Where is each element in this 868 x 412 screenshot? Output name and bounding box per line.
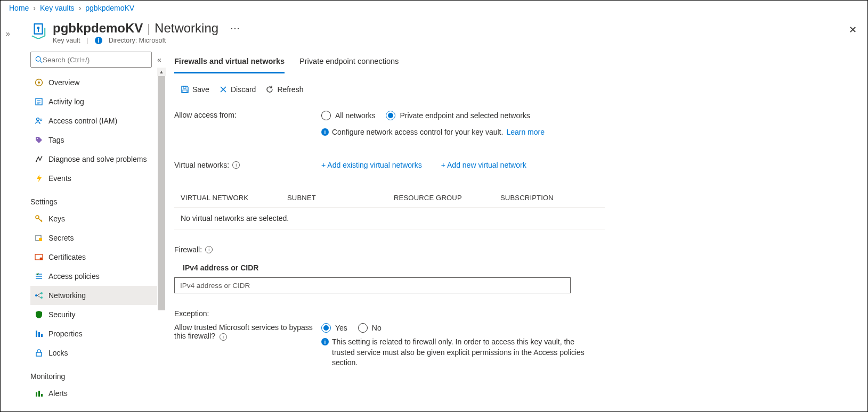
title-separator: | xyxy=(147,22,150,36)
scroll-up-icon[interactable]: ▲ xyxy=(157,68,166,76)
breadcrumb-keyvaults[interactable]: Key vaults xyxy=(40,4,75,12)
sidebar-item-label: Alerts xyxy=(48,389,68,398)
info-icon[interactable]: i xyxy=(220,333,227,341)
sidebar-item-events[interactable]: Events xyxy=(30,169,166,188)
sidebar-item-diagnose[interactable]: Diagnose and solve problems xyxy=(30,150,166,169)
sidebar-item-iam[interactable]: Access control (IAM) xyxy=(30,111,166,130)
diagnose-icon xyxy=(35,155,43,163)
scroll-thumb[interactable] xyxy=(158,76,165,310)
breadcrumb-sep: › xyxy=(79,4,82,12)
sidebar-item-label: Certificates xyxy=(48,253,86,261)
tab-bar: Firewalls and virtual networks Private e… xyxy=(174,52,846,73)
svg-point-13 xyxy=(40,119,42,121)
sidebar-item-label: Locks xyxy=(48,349,68,357)
sidebar-item-label: Activity log xyxy=(48,97,84,106)
svg-point-14 xyxy=(37,138,38,139)
sidebar-item-label: Access control (IAM) xyxy=(48,117,117,125)
sidebar-item-alerts[interactable]: Alerts xyxy=(30,384,166,403)
col-vnet: VIRTUAL NETWORK xyxy=(174,188,281,208)
sidebar-item-security[interactable]: Security xyxy=(30,305,166,324)
info-icon[interactable]: i xyxy=(95,37,102,44)
expand-menu-icon[interactable]: » xyxy=(6,29,10,38)
refresh-button[interactable]: Refresh xyxy=(265,85,303,94)
access-help-text: Configure network access control for you… xyxy=(332,128,503,136)
security-icon xyxy=(35,310,43,319)
search-icon xyxy=(35,56,43,63)
sidebar-item-secrets[interactable]: Secrets xyxy=(30,228,166,248)
radio-label: Private endpoint and selected networks xyxy=(400,111,530,120)
sidebar-scrollbar[interactable]: ▲ xyxy=(157,68,166,411)
svg-point-22 xyxy=(40,258,43,260)
add-existing-vnet-link[interactable]: + Add existing virtual networks xyxy=(321,161,422,169)
sidebar: « Overview Activity log Access control (… xyxy=(22,47,166,411)
info-icon[interactable]: i xyxy=(321,128,329,136)
sidebar-item-tags[interactable]: Tags xyxy=(30,130,166,150)
radio-selected-networks[interactable]: Private endpoint and selected networks xyxy=(386,111,530,120)
close-icon[interactable]: ✕ xyxy=(849,24,857,36)
page-header: pgbkpdemoKV | Networking ⋯ Key vault | i… xyxy=(1,13,867,47)
sidebar-item-networking[interactable]: Networking xyxy=(30,286,166,305)
page-title: pgbkpdemoKV xyxy=(53,21,143,36)
breadcrumb: Home › Key vaults › pgbkpdemoKV xyxy=(1,1,867,13)
more-actions-button[interactable]: ⋯ xyxy=(228,22,242,34)
sidebar-item-label: Networking xyxy=(48,291,86,300)
svg-rect-20 xyxy=(39,238,42,241)
svg-rect-35 xyxy=(36,392,37,397)
svg-point-15 xyxy=(36,161,37,162)
add-new-vnet-link[interactable]: + Add new virtual network xyxy=(441,161,526,169)
svg-rect-31 xyxy=(36,331,37,337)
certificates-icon xyxy=(35,253,43,261)
sidebar-search[interactable] xyxy=(30,52,152,68)
info-icon[interactable]: i xyxy=(205,246,213,253)
svg-rect-36 xyxy=(38,391,40,397)
svg-point-5 xyxy=(38,81,40,84)
alerts-icon xyxy=(35,389,43,398)
col-sub: SUBSCRIPTION xyxy=(494,188,605,208)
tab-firewalls[interactable]: Firewalls and virtual networks xyxy=(174,52,285,73)
sidebar-item-locks[interactable]: Locks xyxy=(30,343,166,362)
sidebar-item-properties[interactable]: Properties xyxy=(30,324,166,343)
sidebar-item-label: Properties xyxy=(48,329,83,338)
toolbar: Save Discard Refresh xyxy=(174,76,846,106)
resource-type-label: Key vault xyxy=(53,37,80,44)
discard-label: Discard xyxy=(231,85,256,94)
firewall-label: Firewall: xyxy=(174,245,202,254)
directory-label: Directory: Microsoft xyxy=(109,37,166,44)
breadcrumb-home[interactable]: Home xyxy=(9,4,29,12)
cidr-input[interactable] xyxy=(174,277,571,293)
breadcrumb-resource[interactable]: pgbkpdemoKV xyxy=(85,4,134,12)
tab-private-endpoints[interactable]: Private endpoint connections xyxy=(299,52,399,73)
allow-access-label: Allow access from: xyxy=(174,111,321,119)
main-content: Firewalls and virtual networks Private e… xyxy=(166,47,867,411)
sidebar-item-certificates[interactable]: Certificates xyxy=(30,248,166,267)
page-section: Networking xyxy=(155,21,218,36)
vnets-label: Virtual networks: xyxy=(174,161,229,169)
radio-all-networks[interactable]: All networks xyxy=(321,111,375,120)
sidebar-item-access-policies[interactable]: Access policies xyxy=(30,267,166,286)
col-subnet: SUBNET xyxy=(281,188,387,208)
radio-exception-yes[interactable]: Yes xyxy=(321,323,347,333)
sidebar-item-keys[interactable]: Keys xyxy=(30,209,166,228)
iam-icon xyxy=(35,117,43,125)
svg-line-29 xyxy=(37,293,40,295)
svg-rect-32 xyxy=(38,332,40,337)
breadcrumb-sep: › xyxy=(33,4,36,12)
svg-point-12 xyxy=(37,118,39,121)
discard-button[interactable]: Discard xyxy=(219,85,256,94)
svg-point-26 xyxy=(35,294,37,296)
info-icon[interactable]: i xyxy=(232,161,240,169)
save-button[interactable]: Save xyxy=(181,85,209,94)
learn-more-link[interactable]: Learn more xyxy=(506,128,545,136)
svg-rect-33 xyxy=(41,334,43,337)
sidebar-item-activity-log[interactable]: Activity log xyxy=(30,92,166,111)
svg-line-3 xyxy=(40,61,42,63)
sidebar-item-label: Overview xyxy=(48,78,79,87)
collapse-sidebar-icon[interactable]: « xyxy=(156,55,163,64)
networking-icon xyxy=(35,291,43,300)
radio-exception-no[interactable]: No xyxy=(358,323,382,333)
search-input[interactable] xyxy=(43,56,147,64)
info-icon[interactable]: i xyxy=(321,338,329,345)
radio-label: Yes xyxy=(335,324,347,332)
sidebar-item-overview[interactable]: Overview xyxy=(30,73,166,92)
refresh-label: Refresh xyxy=(277,85,303,94)
